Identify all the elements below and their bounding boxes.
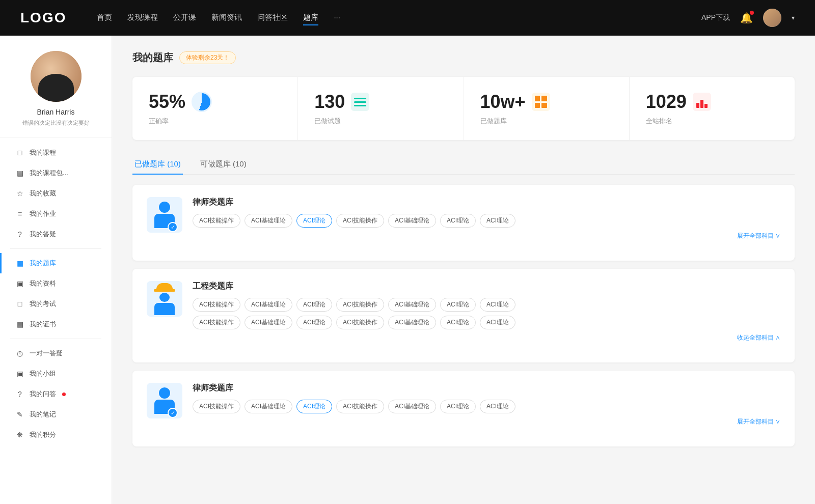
page-header: 我的题库 体验剩余23天！	[132, 51, 795, 65]
sidebar-item-groups[interactable]: ▣ 我的小组	[0, 363, 112, 384]
sidebar-item-label: 我的作业	[30, 209, 56, 218]
tag-2-1[interactable]: ACI技能操作	[193, 298, 240, 312]
lawyer-head	[159, 202, 170, 213]
tag-1-4[interactable]: ACI技能操作	[336, 214, 384, 228]
grid-cell-3	[535, 103, 540, 108]
sidebar-item-points[interactable]: ❋ 我的积分	[0, 425, 112, 445]
sidebar-item-label: 我的证书	[30, 320, 56, 329]
sidebar-item-certificates[interactable]: ▤ 我的证书	[0, 314, 112, 334]
navbar: LOGO 首页 发现课程 公开课 新闻资讯 问答社区 题库 ··· APP下载 …	[0, 0, 815, 36]
avatar-image	[763, 9, 781, 27]
tag-3-7[interactable]: ACI理论	[480, 400, 515, 413]
sidebar-item-qbank[interactable]: ▦ 我的题库	[0, 253, 112, 273]
tag-2-7[interactable]: ACI理论	[480, 298, 515, 312]
qbank-card-1: ✓ 律师类题库 ACI技能操作 ACI基础理论 ACI理论 ACI技能操作 AC…	[132, 185, 795, 261]
nav-link-qa[interactable]: 问答社区	[257, 11, 288, 25]
profile-avatar[interactable]	[31, 51, 82, 102]
bar-3	[704, 104, 708, 108]
avatar-image-sidebar	[31, 51, 82, 102]
sidebar-item-my-courses[interactable]: □ 我的课程	[0, 143, 112, 163]
sidebar-item-materials[interactable]: ▣ 我的资料	[0, 273, 112, 294]
nav-link-discover[interactable]: 发现课程	[127, 11, 158, 25]
tag-1-6[interactable]: ACI理论	[440, 214, 476, 228]
tag-3-4[interactable]: ACI技能操作	[336, 400, 384, 413]
certificates-icon: ▤	[15, 320, 24, 328]
tag-2-5[interactable]: ACI基础理论	[388, 298, 436, 312]
qbank-icon-lawyer-1: ✓	[147, 197, 182, 233]
tag-2-2[interactable]: ACI基础理论	[244, 298, 292, 312]
qbank-tags-row1: ACI技能操作 ACI基础理论 ACI理论 ACI技能操作 ACI基础理论 AC…	[193, 298, 780, 312]
qbank-title-1: 律师类题库	[193, 197, 780, 208]
sidebar-item-favorites[interactable]: ☆ 我的收藏	[0, 183, 112, 204]
sidebar-item-questions[interactable]: ? 我的答疑	[0, 224, 112, 244]
done-banks-value: 10w+	[480, 91, 526, 113]
nav-logo[interactable]: LOGO	[20, 10, 66, 26]
tag-2-9[interactable]: ACI基础理论	[244, 316, 292, 329]
qbank-collapse-2[interactable]: 收起全部科目 ∧	[193, 333, 780, 342]
tag-3-1[interactable]: ACI技能操作	[193, 400, 240, 413]
tag-2-8[interactable]: ACI技能操作	[193, 316, 240, 329]
sidebar-menu: □ 我的课程 ▤ 我的课程包... ☆ 我的收藏 ≡ 我的作业 ? 我的答疑 ▦	[0, 143, 112, 445]
tag-3-5[interactable]: ACI基础理论	[388, 400, 436, 413]
tag-1-7[interactable]: ACI理论	[480, 214, 515, 228]
profile-motto: 错误的决定比没有决定要好	[22, 119, 90, 127]
sidebar-item-1on1[interactable]: ◷ 一对一答疑	[0, 343, 112, 363]
app-download-button[interactable]: APP下载	[701, 13, 730, 22]
nav-link-opencourse[interactable]: 公开课	[173, 11, 196, 25]
nav-link-qbank[interactable]: 题库	[303, 11, 318, 25]
qbank-title-3: 律师类题库	[193, 383, 780, 394]
rank-bar-icon	[693, 93, 711, 111]
page-wrapper: Brian Harris 错误的决定比没有决定要好 □ 我的课程 ▤ 我的课程包…	[0, 36, 815, 504]
nav-right: APP下载 🔔 ▾	[701, 9, 795, 27]
rank-value: 1029	[646, 91, 687, 113]
stat-done-banks: 10w+ 已做题库	[464, 77, 630, 140]
sidebar-divider-2	[10, 339, 101, 339]
sidebar-profile: Brian Harris 错误的决定比没有决定要好	[0, 51, 112, 137]
nav-link-news[interactable]: 新闻资讯	[211, 11, 242, 25]
qbank-expand-3[interactable]: 展开全部科目 ∨	[193, 417, 780, 426]
lawyer-checkmark: ✓	[168, 222, 178, 232]
sidebar-item-course-packages[interactable]: ▤ 我的课程包...	[0, 163, 112, 183]
exams-icon: □	[15, 300, 24, 308]
done-questions-label: 已做试题	[314, 117, 447, 126]
nav-link-more[interactable]: ···	[334, 11, 340, 25]
main-content: 我的题库 体验剩余23天！ 55% 正确率 130	[112, 36, 815, 504]
sidebar-item-exams[interactable]: □ 我的考试	[0, 294, 112, 314]
tag-2-3[interactable]: ACI理论	[296, 298, 332, 312]
qbank-expand-1[interactable]: 展开全部科目 ∨	[193, 232, 780, 240]
lawyer-head-3	[159, 387, 170, 399]
sidebar-item-notes[interactable]: ✎ 我的笔记	[0, 404, 112, 425]
content-tabs: 已做题库 (10) 可做题库 (10)	[132, 154, 795, 175]
tag-3-2[interactable]: ACI基础理论	[244, 400, 292, 413]
tag-2-14[interactable]: ACI理论	[480, 316, 515, 329]
qbank-info-2: 工程类题库 ACI技能操作 ACI基础理论 ACI理论 ACI技能操作 ACI基…	[193, 281, 780, 342]
tag-2-12[interactable]: ACI基础理论	[388, 316, 436, 329]
tag-2-6[interactable]: ACI理论	[440, 298, 476, 312]
accuracy-label: 正确率	[149, 117, 281, 126]
user-menu-chevron[interactable]: ▾	[792, 14, 795, 21]
tag-3-6[interactable]: ACI理论	[440, 400, 476, 413]
qbank-info-1: 律师类题库 ACI技能操作 ACI基础理论 ACI理论 ACI技能操作 ACI基…	[193, 197, 780, 240]
user-avatar[interactable]	[763, 9, 781, 27]
tag-1-2[interactable]: ACI基础理论	[244, 214, 292, 228]
tag-3-3[interactable]: ACI理论	[296, 400, 332, 413]
sidebar-item-homework[interactable]: ≡ 我的作业	[0, 204, 112, 224]
sidebar-item-label: 我的笔记	[30, 410, 56, 419]
tag-2-11[interactable]: ACI技能操作	[336, 316, 384, 329]
tag-2-13[interactable]: ACI理论	[440, 316, 476, 329]
tag-2-4[interactable]: ACI技能操作	[336, 298, 384, 312]
tag-2-10[interactable]: ACI理论	[296, 316, 332, 329]
tab-done-banks[interactable]: 已做题库 (10)	[132, 154, 183, 174]
tag-1-1[interactable]: ACI技能操作	[193, 214, 240, 228]
tag-1-5[interactable]: ACI基础理论	[388, 214, 436, 228]
tab-available-banks[interactable]: 可做题库 (10)	[198, 154, 249, 174]
nav-link-home[interactable]: 首页	[97, 11, 112, 25]
my-qa-icon: ?	[15, 390, 24, 398]
course-packages-icon: ▤	[15, 169, 24, 177]
tag-1-3[interactable]: ACI理论	[296, 214, 332, 228]
notification-bell[interactable]: 🔔	[740, 12, 753, 24]
notes-icon: ✎	[15, 410, 24, 418]
list-line-1	[354, 98, 366, 99]
questions-icon: ?	[15, 230, 24, 238]
sidebar-item-my-qa[interactable]: ? 我的问答	[0, 384, 112, 404]
